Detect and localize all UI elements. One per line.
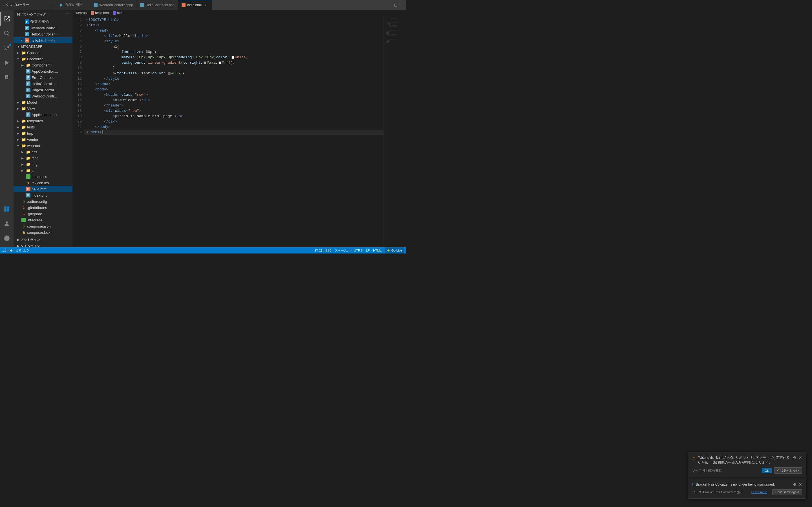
- breadcrumb-webroot: webroot: [75, 11, 88, 15]
- open-editor-close[interactable]: ×: [19, 38, 24, 43]
- title-more-icon[interactable]: ⋯: [400, 3, 404, 7]
- tree-item[interactable]: ▼📂webroot: [13, 143, 72, 149]
- timeline-section[interactable]: ▶ タイムライン: [13, 243, 72, 247]
- tree-item[interactable]: ▶📁img: [13, 161, 72, 167]
- code-line: <style>: [84, 39, 384, 44]
- tab-getting-started[interactable]: 作業の開始: [56, 0, 90, 10]
- tree-item[interactable]: ..htaccess: [13, 173, 72, 180]
- tree-item-label: WebrootContr...: [32, 94, 57, 98]
- tree-item[interactable]: ⚙.editorconfig: [13, 198, 72, 205]
- tree-item[interactable]: ▶📁vendor: [13, 136, 72, 143]
- code-line: </html>┃: [84, 129, 384, 135]
- folder-chevron: ▶: [16, 50, 20, 55]
- project-chevron: ▼: [17, 45, 20, 48]
- tree-item-label: .gitignore: [27, 212, 42, 216]
- folder-icon: 📁: [21, 125, 26, 129]
- tree-item[interactable]: ★favicon.ico: [13, 180, 72, 186]
- tree-item[interactable]: ▶📁tests: [13, 124, 72, 130]
- folder-chevron: ▶: [16, 100, 20, 105]
- tab-hello-html[interactable]: hello.html×: [178, 0, 212, 10]
- code-line: <title>Hello</title>: [84, 33, 384, 39]
- svg-rect-3: [4, 209, 6, 212]
- tree-item[interactable]: G.gitattributes: [13, 205, 72, 211]
- tree-item[interactable]: {}composer.json: [13, 223, 72, 229]
- tree-item[interactable]: PWebrootContr...: [13, 93, 72, 99]
- tree-item-label: Component: [32, 63, 50, 67]
- git-branch[interactable]: ⎇ main: [2, 249, 13, 252]
- folder-chevron: ▶: [16, 125, 20, 129]
- sidebar-header-more[interactable]: ⋯: [66, 12, 69, 16]
- activity-explorer[interactable]: [0, 12, 13, 25]
- tree-item[interactable]: 🔒composer.lock: [13, 229, 72, 235]
- svg-rect-4: [7, 209, 9, 212]
- warnings-count[interactable]: ⚠ 0: [23, 249, 29, 252]
- tree-item[interactable]: PHelloControlle...: [13, 80, 72, 87]
- code-editor[interactable]: <!DOCTYPE html><html> <head> <title>Hell…: [84, 16, 384, 247]
- code-line: }: [84, 65, 384, 71]
- tree-item[interactable]: ▶📁View: [13, 105, 72, 112]
- folder-icon: 📁: [26, 150, 31, 154]
- language[interactable]: HTML: [373, 249, 382, 252]
- tabs-area: 作業の開始WebrootController.phpHelloControlle…: [56, 0, 392, 10]
- activity-search[interactable]: [0, 27, 13, 40]
- activity-extensions[interactable]: [0, 71, 13, 84]
- explorer-more-icon[interactable]: ⋯: [50, 3, 54, 7]
- encoding[interactable]: UTF-8: [354, 249, 363, 252]
- line-col[interactable]: 行 22、列 8: [315, 248, 331, 252]
- outline-label: アウトライン: [20, 238, 40, 242]
- tree-item-label: AppController....: [32, 69, 58, 73]
- tree-item[interactable]: ▼📂Controller: [13, 56, 72, 62]
- file-icon-php: P: [26, 88, 31, 92]
- open-editor-label: HelloController....: [31, 32, 59, 36]
- tree-item-label: favicon.ico: [32, 181, 49, 185]
- breadcrumb-symbol: html: [113, 11, 123, 15]
- open-editors-list: ▶作業の開始PWebrootContro...PHelloController.…: [13, 18, 72, 43]
- tree-item[interactable]: ▶📁tmp: [13, 130, 72, 136]
- tree-item[interactable]: Pindex.php: [13, 192, 72, 198]
- tree-item-label: hello.html: [32, 187, 47, 191]
- file-icon-php: P: [26, 193, 31, 198]
- tab-label-webroot-controller: WebrootController.php: [99, 3, 133, 7]
- project-section[interactable]: ▼ MYCAKEAPP: [13, 43, 72, 50]
- outline-section[interactable]: ▶ アウトライン: [13, 237, 72, 243]
- tree-item[interactable]: PApplication.php: [13, 112, 72, 118]
- tree-item[interactable]: ▶📁font: [13, 155, 72, 161]
- tree-item[interactable]: ▶📁templates: [13, 118, 72, 124]
- go-live-button[interactable]: ⚡ Go Live: [385, 247, 404, 253]
- layout-icon[interactable]: ⊡: [394, 3, 398, 7]
- sidebar: 開いているエディター ⋯ ▶作業の開始PWebrootContro...PHel…: [13, 10, 73, 247]
- breadcrumb-sep2: ›: [110, 11, 111, 14]
- tree-item[interactable]: G.gitignore: [13, 211, 72, 217]
- tree-item[interactable]: ..htaccess: [13, 217, 72, 223]
- tree-item[interactable]: PAppController....: [13, 68, 72, 74]
- tree-item[interactable]: ▶📁Model: [13, 99, 72, 105]
- code-line: <body>: [84, 87, 384, 92]
- spaces[interactable]: スペース: 4: [335, 248, 350, 252]
- tree-item[interactable]: Hhello.html: [13, 186, 72, 192]
- activity-settings[interactable]: [0, 231, 13, 245]
- open-editor-item[interactable]: ×Hhello.htmlwebr...: [13, 37, 72, 43]
- file-icon-editorconfig: ⚙: [21, 199, 26, 204]
- errors-count[interactable]: ⊗ 0: [16, 249, 21, 252]
- sidebar-content: ▶作業の開始PWebrootContro...PHelloController.…: [13, 18, 72, 247]
- tree-item[interactable]: PErrorControlle...: [13, 74, 72, 80]
- tab-close-hello-html[interactable]: ×: [204, 4, 206, 7]
- tree-item-label: Console: [27, 51, 41, 55]
- tree-item[interactable]: PPagesControl...: [13, 87, 72, 93]
- code-line: <head>: [84, 28, 384, 33]
- tree-item[interactable]: ▶📁Console: [13, 50, 72, 56]
- activity-account[interactable]: [0, 217, 13, 230]
- open-editor-item[interactable]: PHelloController....: [13, 31, 72, 37]
- open-editor-item[interactable]: PWebrootContro...: [13, 25, 72, 31]
- activity-run[interactable]: [0, 56, 13, 69]
- open-editor-item[interactable]: ▶作業の開始: [13, 18, 72, 25]
- line-ending[interactable]: LF: [366, 249, 370, 252]
- tree-item[interactable]: ▶📁Component: [13, 62, 72, 68]
- tree-item[interactable]: ▶📁js: [13, 167, 72, 173]
- activity-remote[interactable]: [0, 202, 13, 216]
- tree-item[interactable]: ▶📁css: [13, 149, 72, 155]
- open-editor-label: WebrootContro...: [31, 26, 58, 30]
- tab-hello-controller[interactable]: HelloController.php: [137, 0, 178, 10]
- activity-source-control[interactable]: [0, 41, 13, 55]
- tab-webroot-controller[interactable]: WebrootController.php: [90, 0, 137, 10]
